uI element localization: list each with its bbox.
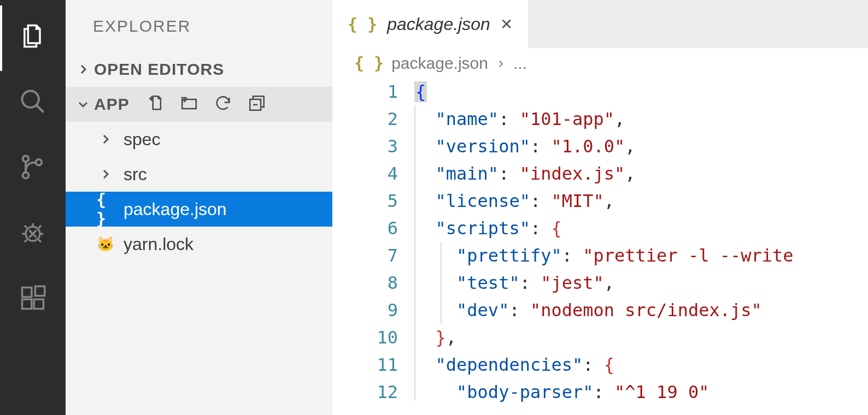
tree-file-package-json[interactable]: { } package.json — [66, 192, 332, 227]
search-icon — [19, 87, 47, 116]
tree-label: src — [124, 164, 147, 185]
open-editors-section[interactable]: OPEN EDITORS — [66, 52, 332, 87]
extensions-icon — [19, 284, 47, 312]
editor-area: { } package.json ✕ { } package.json ... … — [332, 0, 868, 415]
new-file-icon[interactable] — [146, 94, 165, 115]
folder-section[interactable]: APP — [66, 87, 332, 122]
tree-label: spec — [124, 129, 161, 150]
branch-icon — [19, 153, 47, 181]
svg-rect-8 — [34, 299, 43, 309]
folder-label: APP — [94, 95, 130, 114]
files-icon — [19, 22, 47, 50]
braces-icon: { } — [354, 54, 384, 73]
chevron-down-icon — [72, 98, 94, 111]
activity-extensions[interactable] — [0, 268, 66, 333]
tree-label: yarn.lock — [124, 234, 193, 254]
svg-line-1 — [37, 105, 44, 112]
chevron-right-icon — [96, 133, 115, 146]
new-folder-icon[interactable] — [180, 94, 198, 115]
activity-debug[interactable] — [0, 202, 66, 268]
code-editor[interactable]: 1 2 3 4 5 6 7 8 9 10 11 12 { "name": "10… — [332, 78, 868, 406]
code-lines: { "name": "101-app", "version": "1.0.0",… — [414, 78, 868, 406]
activity-scm[interactable] — [0, 137, 66, 202]
svg-point-0 — [22, 91, 39, 108]
activity-bar — [0, 0, 66, 415]
open-editors-label: OPEN EDITORS — [94, 60, 224, 79]
line-gutter: 1 2 3 4 5 6 7 8 9 10 11 12 — [332, 78, 414, 406]
braces-icon: { } — [348, 15, 377, 34]
bug-icon — [19, 218, 47, 247]
activity-search[interactable] — [0, 71, 66, 137]
explorer-sidebar: EXPLORER OPEN EDITORS APP — [66, 0, 332, 415]
breadcrumb-more: ... — [513, 54, 527, 73]
chevron-right-icon — [72, 63, 94, 76]
explorer-title: EXPLORER — [66, 0, 332, 52]
chevron-right-icon — [96, 168, 115, 181]
breadcrumb-file: package.json — [391, 54, 488, 73]
tree-file-yarn-lock[interactable]: 🐱 yarn.lock — [66, 227, 332, 262]
svg-rect-7 — [22, 299, 32, 309]
tab-package-json[interactable]: { } package.json ✕ — [332, 0, 529, 48]
collapse-all-icon[interactable] — [248, 94, 266, 115]
yarn-icon: 🐱 — [96, 236, 115, 253]
svg-point-3 — [23, 173, 29, 179]
refresh-icon[interactable] — [214, 94, 232, 115]
svg-rect-6 — [22, 288, 32, 297]
tree-folder-spec[interactable]: spec — [66, 122, 332, 157]
folder-actions — [146, 94, 266, 115]
chevron-right-icon — [496, 54, 506, 73]
svg-point-4 — [36, 159, 42, 165]
close-icon[interactable]: ✕ — [500, 15, 513, 33]
tree-folder-src[interactable]: src — [66, 157, 332, 192]
breadcrumbs[interactable]: { } package.json ... — [332, 48, 868, 78]
svg-rect-9 — [35, 286, 44, 295]
activity-explorer[interactable] — [0, 5, 66, 71]
svg-point-2 — [23, 156, 29, 162]
braces-icon: { } — [96, 190, 115, 228]
tree-label: package.json — [124, 199, 227, 220]
tab-bar: { } package.json ✕ — [332, 0, 868, 48]
tab-label: package.json — [387, 14, 490, 34]
